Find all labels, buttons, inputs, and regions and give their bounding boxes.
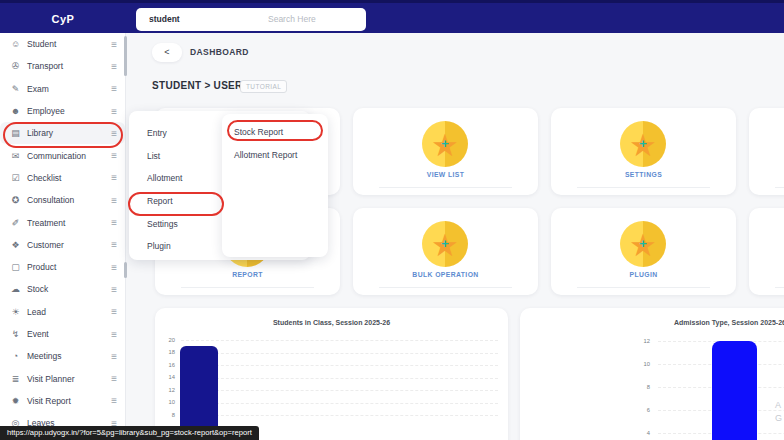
grid-line xyxy=(181,390,498,391)
card-r1c4[interactable]: ★+ xyxy=(749,108,784,195)
y-tick-label: 12 xyxy=(155,387,175,393)
y-tick-label: 18 xyxy=(155,349,175,355)
employee-person-icon: ☻ xyxy=(9,106,22,116)
drag-handle-icon[interactable]: ≡ xyxy=(111,239,117,250)
sidebar-item-label: Communication xyxy=(27,151,86,161)
sidebar-item-label: Treatment xyxy=(27,218,65,228)
back-button[interactable]: < xyxy=(152,43,182,62)
sidebar-item-label: Visit Report xyxy=(27,396,71,406)
submenu-items: Stock ReportAllotment Report xyxy=(222,121,328,167)
sidebar-item-label: Customer xyxy=(27,240,64,250)
sidebar-item-event[interactable]: ↯Event≡ xyxy=(0,323,125,345)
drag-handle-icon[interactable]: ≡ xyxy=(111,395,117,406)
sidebar-item-customer[interactable]: ❖Customer≡ xyxy=(0,234,125,256)
drag-handle-icon[interactable]: ≡ xyxy=(111,106,117,117)
legend-fragment: G xyxy=(775,413,782,423)
drag-handle-icon[interactable]: ≡ xyxy=(111,128,117,139)
sidebar-item-consultation[interactable]: ✪Consultation≡ xyxy=(0,189,125,211)
star-badge-icon: ★+ xyxy=(620,121,666,167)
chart-students-in-class: Students in Class, Session 2025-26201816… xyxy=(155,308,508,440)
card-settings[interactable]: ★+SETTINGS xyxy=(551,108,736,195)
sidebar-item-library[interactable]: ▤Library≡ xyxy=(0,122,125,144)
plus-icon: + xyxy=(422,121,468,167)
module-tab-student[interactable]: student xyxy=(149,8,180,31)
grid-line xyxy=(181,415,498,416)
submenu-item-allotment-report[interactable]: Allotment Report xyxy=(222,144,328,167)
card-divider xyxy=(379,187,512,188)
sidebar-item-label: Meetings xyxy=(27,351,62,361)
sidebar-item-communication[interactable]: ✉Communication≡ xyxy=(0,144,125,166)
grid-line xyxy=(181,340,498,341)
drag-handle-icon[interactable]: ≡ xyxy=(111,373,117,384)
card-r2c4[interactable]: ★+ xyxy=(749,208,784,295)
drag-handle-icon[interactable]: ≡ xyxy=(111,195,117,206)
sidebar-item-lead[interactable]: ☀Lead≡ xyxy=(0,301,125,323)
drag-handle-icon[interactable]: ≡ xyxy=(111,351,117,362)
drag-handle-icon[interactable]: ≡ xyxy=(111,172,117,183)
sidebar-item-exam[interactable]: ✎Exam≡ xyxy=(0,78,125,100)
drag-handle-icon[interactable]: ≡ xyxy=(111,284,117,295)
card-divider xyxy=(775,287,784,288)
sidebar-item-stock[interactable]: ☁Stock≡ xyxy=(0,278,125,300)
scrollbar-thumb[interactable] xyxy=(124,36,127,76)
breadcrumb: DASHBOARD xyxy=(190,47,249,57)
card-label: VIEW LIST xyxy=(353,171,538,178)
submenu-item-stock-report[interactable]: Stock Report xyxy=(222,121,328,144)
sidebar-item-label: Stock xyxy=(27,284,48,294)
card-bulk-operation[interactable]: ★+BULK OPERATION xyxy=(353,208,538,295)
grid-line xyxy=(181,365,498,366)
sidebar-item-treatment[interactable]: ✐Treatment≡ xyxy=(0,211,125,233)
card-label: SETTINGS xyxy=(551,171,736,178)
sidebar-item-label: Consultation xyxy=(27,195,74,205)
grid-line xyxy=(181,353,498,354)
sidebar-item-label: Visit Planner xyxy=(27,374,75,384)
exam-icon: ✎ xyxy=(9,84,22,94)
app-logo: CyP xyxy=(0,6,126,33)
page-title: STUDENT > USER xyxy=(152,80,243,91)
library-icon: ▤ xyxy=(9,128,22,138)
drag-handle-icon[interactable]: ≡ xyxy=(111,61,117,72)
drag-handle-icon[interactable]: ≡ xyxy=(111,329,117,340)
search-bar[interactable]: student Search Here xyxy=(136,8,366,31)
drag-handle-icon[interactable]: ≡ xyxy=(111,39,117,50)
visit-planner-icon: ≣ xyxy=(9,374,22,384)
y-tick-label: 8 xyxy=(155,412,175,418)
sidebar-item-visit-planner[interactable]: ≣Visit Planner≡ xyxy=(0,367,125,389)
card-label: PLUGIN xyxy=(551,271,736,278)
sidebar-item-student[interactable]: ☺Student≡ xyxy=(0,33,125,55)
sidebar-item-label: Employee xyxy=(27,106,65,116)
communication-icon: ✉ xyxy=(9,151,22,161)
sidebar-item-visit-report[interactable]: ✹Visit Report≡ xyxy=(0,390,125,412)
chart-admission-type: Admission Type, Session 2025-261210864AG xyxy=(520,308,784,440)
y-tick-label: 16 xyxy=(155,362,175,368)
drag-handle-icon[interactable]: ≡ xyxy=(111,217,117,228)
plus-icon: + xyxy=(620,121,666,167)
sidebar-item-meetings[interactable]: ◔Meetings≡ xyxy=(0,345,125,367)
card-label: REPORT xyxy=(155,271,340,278)
lead-icon: ☀ xyxy=(9,307,22,317)
drag-handle-icon[interactable]: ≡ xyxy=(111,150,117,161)
drag-handle-icon[interactable]: ≡ xyxy=(111,262,117,273)
plus-icon: + xyxy=(422,221,468,267)
event-icon: ↯ xyxy=(9,329,22,339)
sidebar-item-label: Product xyxy=(27,262,56,272)
sidebar-item-checklist[interactable]: ☑Checklist≡ xyxy=(0,167,125,189)
consultation-icon: ✪ xyxy=(9,195,22,205)
star-badge-icon: ★+ xyxy=(620,221,666,267)
search-input[interactable]: Search Here xyxy=(268,8,316,31)
card-plugin[interactable]: ★+PLUGIN xyxy=(551,208,736,295)
sidebar-item-label: Event xyxy=(27,329,49,339)
sidebar-item-label: Lead xyxy=(27,307,46,317)
sidebar-item-employee[interactable]: ☻Employee≡ xyxy=(0,100,125,122)
scrollbar-thumb-lower[interactable] xyxy=(124,262,127,278)
tutorial-badge[interactable]: TUTORIAL xyxy=(240,80,287,93)
y-tick-label: 4 xyxy=(520,430,650,436)
card-view-list[interactable]: ★+VIEW LIST xyxy=(353,108,538,195)
sidebar-item-transport[interactable]: ✇Transport≡ xyxy=(0,55,125,77)
topbar: CyP student Search Here xyxy=(0,0,784,33)
sidebar-item-label: Library xyxy=(27,128,53,138)
drag-handle-icon[interactable]: ≡ xyxy=(111,306,117,317)
chart-title: Students in Class, Session 2025-26 xyxy=(155,319,508,326)
sidebar-item-product[interactable]: ▢Product≡ xyxy=(0,256,125,278)
drag-handle-icon[interactable]: ≡ xyxy=(111,83,117,94)
